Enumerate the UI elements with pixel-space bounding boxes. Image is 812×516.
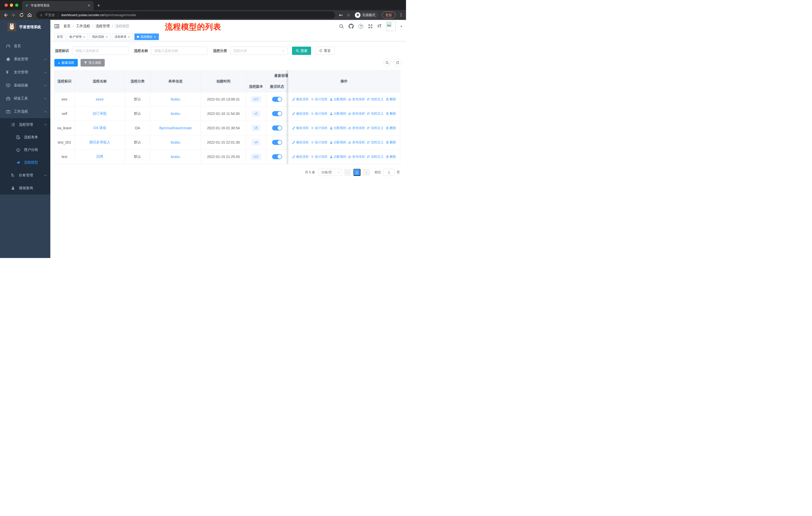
active-toggle[interactable] (272, 97, 282, 102)
action-publish-link[interactable]: 发布流程 (348, 140, 365, 145)
process-name-link[interactable]: OA 请假 (93, 126, 106, 130)
action-edit-link[interactable]: 修改流程 (292, 112, 309, 116)
github-icon[interactable] (349, 24, 354, 29)
create-process-button[interactable]: + 新建流程 (54, 59, 78, 66)
process-category-select[interactable]: 流程分类 (230, 47, 287, 55)
sidebar-item-devtools[interactable]: 研发工具 (0, 92, 50, 105)
action-publish-link[interactable]: 发布流程 (348, 97, 365, 102)
bookmark-star-icon[interactable]: ☆ (347, 12, 350, 18)
prev-page-button[interactable]: ‹ (344, 169, 351, 176)
chevron-down-icon[interactable]: ▾ (401, 25, 402, 28)
process-name-input[interactable] (151, 47, 207, 55)
action-edit-link[interactable]: 修改流程 (292, 140, 309, 145)
process-name-link[interactable]: 自己审批 (93, 111, 107, 115)
active-toggle[interactable] (272, 111, 282, 116)
action-edit-link[interactable]: 修改流程 (292, 126, 309, 130)
hamburger-icon[interactable] (54, 24, 59, 28)
process-name-link[interactable]: 滔博 (96, 155, 103, 159)
refresh-table-button[interactable] (394, 59, 402, 66)
sidebar-item-user-group[interactable]: 用户分组 (0, 144, 50, 156)
import-process-button[interactable]: 导入流程 (81, 59, 105, 66)
breadcrumb-home[interactable]: 首页 (63, 24, 70, 28)
next-page-button[interactable]: › (363, 169, 370, 176)
action-delete-link[interactable]: 删除 (386, 126, 396, 130)
page-size-select[interactable]: 10条/页 (318, 169, 342, 176)
action-publish-link[interactable]: 发布流程 (348, 155, 365, 159)
process-key-input[interactable] (72, 47, 128, 55)
sidebar-item-workflow[interactable]: 工作流程 (0, 105, 50, 118)
tab-close-icon[interactable]: ✕ (87, 3, 91, 8)
active-toggle[interactable] (272, 154, 282, 159)
sidebar-item-home[interactable]: 首页 (0, 39, 50, 53)
form-info-link[interactable]: biubiu (171, 112, 180, 116)
browser-tab[interactable]: 芋道管理系统 ✕ (22, 1, 94, 10)
action-definition-link[interactable]: 流程定义 (367, 155, 383, 159)
form-info-link[interactable]: biubiu (171, 140, 180, 144)
tag-close-icon[interactable]: ✕ (83, 35, 85, 38)
action-design-link[interactable]: 设计流程 (311, 112, 327, 116)
tag-tenant-management[interactable]: 租户管理 ✕ (67, 33, 88, 40)
goto-page-input[interactable] (383, 169, 395, 176)
form-info-link[interactable]: biubiu (171, 155, 180, 159)
page-1-button[interactable]: 1 (353, 169, 360, 176)
action-delete-link[interactable]: 删除 (386, 112, 396, 116)
tag-close-icon[interactable]: ✕ (128, 35, 130, 38)
action-assign-link[interactable]: 分配规则 (330, 97, 346, 102)
search-button[interactable]: 搜索 (292, 47, 311, 55)
browser-menu-dots-icon[interactable]: ⋮ (399, 12, 403, 18)
tag-close-icon[interactable]: ✕ (153, 35, 156, 38)
home-button[interactable] (27, 12, 33, 18)
sidebar-item-leave-query[interactable]: 请假查询 (0, 182, 50, 194)
action-publish-link[interactable]: 发布流程 (348, 126, 365, 130)
action-design-link[interactable]: 设计流程 (311, 140, 327, 145)
help-icon[interactable]: ? (358, 24, 363, 29)
breadcrumb-process-management[interactable]: 流程管理 (96, 24, 110, 28)
action-design-link[interactable]: 设计流程 (311, 155, 327, 159)
fullscreen-icon[interactable] (368, 24, 373, 29)
window-minimize-button[interactable] (10, 3, 13, 7)
sidebar-item-system[interactable]: 系统管理 (0, 53, 50, 66)
action-assign-link[interactable]: 分配规则 (330, 126, 346, 130)
sidebar-item-process-management[interactable]: 流程管理 (0, 118, 50, 131)
action-delete-link[interactable]: 删除 (386, 155, 396, 159)
show-search-button[interactable] (383, 59, 391, 66)
sidebar-item-process-model[interactable]: 流程模型 (0, 156, 50, 169)
sidebar-item-task-management[interactable]: 任务管理 (0, 169, 50, 182)
back-button[interactable] (3, 13, 8, 18)
form-info-link[interactable]: biubiu (171, 97, 180, 101)
window-close-button[interactable] (4, 3, 8, 7)
tag-close-icon[interactable]: ✕ (105, 35, 108, 38)
action-assign-link[interactable]: 分配规则 (330, 155, 346, 159)
font-size-icon[interactable]: tT (378, 24, 381, 28)
forward-button[interactable] (11, 13, 17, 18)
form-info-link[interactable]: /bpm/oa/leave/create (159, 126, 192, 130)
sidebar-item-payment[interactable]: ¥ 支付管理 (0, 66, 50, 79)
action-definition-link[interactable]: 流程定义 (367, 112, 383, 116)
action-edit-link[interactable]: 修改流程 (292, 97, 309, 102)
reset-button[interactable]: 重置 (315, 47, 335, 55)
sidebar-item-infrastructure[interactable]: 基础设施 (0, 79, 50, 92)
key-icon[interactable] (339, 13, 343, 18)
action-edit-link[interactable]: 修改流程 (292, 155, 309, 159)
security-label[interactable]: 不安全 (45, 13, 55, 18)
update-button[interactable]: 更新 (382, 11, 396, 19)
tag-process-model[interactable]: 流程模型 ✕ (135, 33, 158, 40)
avatar[interactable] (386, 21, 396, 31)
action-design-link[interactable]: 设计流程 (311, 97, 327, 102)
action-delete-link[interactable]: 删除 (386, 97, 396, 102)
new-tab-button[interactable]: + (97, 3, 100, 8)
sidebar-item-process-form[interactable]: 流程表单 (0, 131, 50, 144)
action-publish-link[interactable]: 发布流程 (348, 112, 365, 116)
tag-my-process[interactable]: 我的流程 ✕ (89, 33, 110, 40)
action-definition-link[interactable]: 流程定义 (367, 126, 383, 130)
url-bar[interactable]: ⚠ 不安全 dashboard.yudao.iocoder.cn/bpm/man… (36, 11, 335, 19)
action-delete-link[interactable]: 删除 (386, 140, 396, 145)
search-icon[interactable] (339, 24, 344, 29)
action-design-link[interactable]: 设计流程 (311, 126, 327, 130)
action-assign-link[interactable]: 分配规则 (330, 140, 346, 145)
reload-button[interactable] (19, 12, 25, 18)
process-name-link[interactable]: 测试多审批人 (89, 140, 110, 144)
tag-home[interactable]: 首页 (54, 33, 65, 40)
url-domain[interactable]: dashboard.yudao.iocoder.cn (61, 13, 104, 17)
process-name-link[interactable]: eeee (96, 97, 104, 101)
